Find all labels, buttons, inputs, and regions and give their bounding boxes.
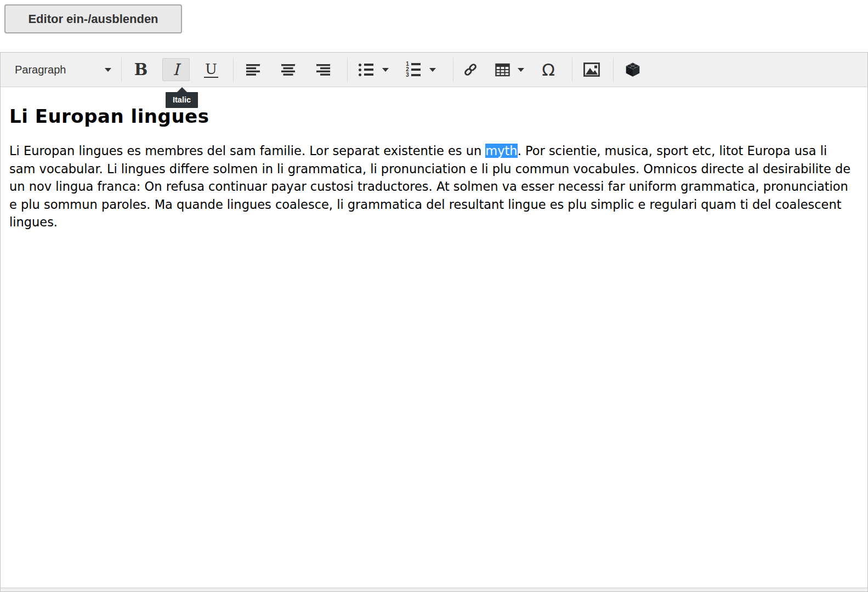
document-heading: Li Europan lingues bbox=[9, 105, 852, 127]
numbered-list-split-button: 1 2 3 bbox=[400, 58, 440, 81]
tooltip-text: Italic bbox=[173, 95, 191, 104]
bullet-list-dropdown-button[interactable] bbox=[378, 58, 393, 81]
insert-link-button[interactable] bbox=[459, 58, 482, 81]
paragraph-text-before-selection: Li Europan lingues es membres del sam fa… bbox=[9, 144, 485, 158]
toggle-editor-button[interactable]: Editor ein-/ausblenden bbox=[4, 4, 182, 33]
numbered-list-icon: 1 2 3 bbox=[405, 62, 421, 77]
omega-icon: Ω bbox=[542, 61, 555, 78]
image-icon bbox=[583, 62, 600, 77]
table-dropdown-button[interactable] bbox=[515, 58, 527, 81]
italic-icon: I bbox=[173, 62, 179, 78]
chevron-down-icon bbox=[105, 68, 111, 72]
toolbar-separator bbox=[233, 58, 234, 82]
toolbar-separator bbox=[572, 58, 572, 82]
insert-image-button[interactable] bbox=[578, 58, 605, 81]
content-block-button[interactable] bbox=[619, 58, 646, 81]
underline-button[interactable]: U bbox=[197, 58, 225, 81]
paragraph-format-select[interactable]: Paragraph bbox=[7, 58, 121, 82]
align-left-icon bbox=[246, 64, 260, 76]
status-bar bbox=[1, 588, 867, 591]
italic-button[interactable]: I bbox=[162, 58, 190, 81]
toolbar-separator bbox=[613, 58, 614, 82]
table-icon bbox=[495, 63, 510, 77]
align-right-button[interactable] bbox=[309, 58, 337, 81]
selected-text: myth bbox=[485, 144, 517, 158]
rich-text-editor: Paragraph B I U bbox=[0, 52, 868, 592]
align-center-icon bbox=[281, 64, 296, 76]
align-center-button[interactable] bbox=[274, 58, 302, 81]
table-split-button bbox=[490, 58, 527, 81]
toolbar-separator bbox=[121, 58, 122, 82]
format-select-value: Paragraph bbox=[7, 64, 105, 76]
align-right-icon bbox=[316, 64, 331, 76]
table-button[interactable] bbox=[490, 58, 515, 81]
special-character-button[interactable]: Ω bbox=[535, 58, 562, 81]
link-icon bbox=[463, 62, 478, 77]
numbered-list-dropdown-button[interactable] bbox=[426, 58, 440, 81]
chevron-down-icon bbox=[382, 68, 389, 72]
brick-icon bbox=[624, 61, 642, 78]
align-left-button[interactable] bbox=[239, 58, 266, 81]
editor-toolbar: Paragraph B I U bbox=[1, 53, 867, 87]
underline-icon: U bbox=[204, 62, 218, 78]
toolbar-separator bbox=[347, 58, 348, 82]
bold-button[interactable]: B bbox=[127, 58, 155, 81]
chevron-down-icon bbox=[429, 68, 436, 72]
numbered-list-button[interactable]: 1 2 3 bbox=[400, 58, 426, 81]
bullet-list-icon bbox=[359, 64, 373, 76]
toolbar-separator bbox=[453, 58, 453, 82]
editor-content-area[interactable]: Li Europan lingues Li Europan lingues es… bbox=[1, 87, 867, 588]
bullet-list-split-button bbox=[353, 58, 393, 81]
bullet-list-button[interactable] bbox=[353, 58, 378, 81]
document-paragraph: Li Europan lingues es membres del sam fa… bbox=[9, 142, 852, 231]
bold-icon: B bbox=[134, 62, 148, 78]
italic-tooltip: Italic bbox=[166, 92, 198, 108]
chevron-down-icon bbox=[518, 68, 524, 72]
